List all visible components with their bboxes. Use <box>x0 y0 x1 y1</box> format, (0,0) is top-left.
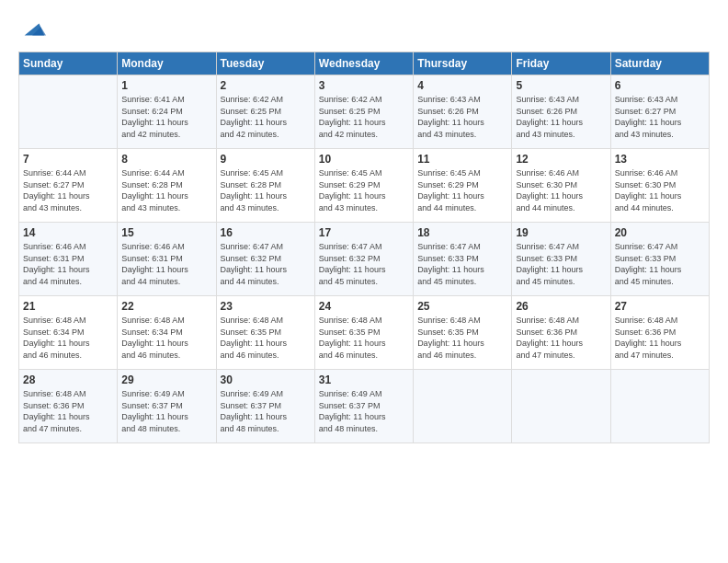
calendar-cell <box>19 75 118 149</box>
day-info: Sunrise: 6:42 AM Sunset: 6:25 PM Dayligh… <box>319 94 409 140</box>
calendar-cell: 2Sunrise: 6:42 AM Sunset: 6:25 PM Daylig… <box>216 75 314 149</box>
calendar-cell: 5Sunrise: 6:43 AM Sunset: 6:26 PM Daylig… <box>512 75 610 149</box>
day-number: 27 <box>615 300 705 313</box>
day-info: Sunrise: 6:48 AM Sunset: 6:34 PM Dayligh… <box>121 315 211 361</box>
day-info: Sunrise: 6:47 AM Sunset: 6:32 PM Dayligh… <box>319 241 409 287</box>
day-info: Sunrise: 6:47 AM Sunset: 6:33 PM Dayligh… <box>615 241 705 287</box>
day-info: Sunrise: 6:44 AM Sunset: 6:27 PM Dayligh… <box>23 167 113 213</box>
calendar-cell: 10Sunrise: 6:45 AM Sunset: 6:29 PM Dayli… <box>314 149 413 223</box>
day-number: 22 <box>121 300 211 313</box>
day-info: Sunrise: 6:49 AM Sunset: 6:37 PM Dayligh… <box>121 388 211 434</box>
day-number: 18 <box>417 226 507 239</box>
day-info: Sunrise: 6:46 AM Sunset: 6:30 PM Dayligh… <box>615 167 705 213</box>
day-info: Sunrise: 6:48 AM Sunset: 6:35 PM Dayligh… <box>319 315 409 361</box>
calendar-cell: 26Sunrise: 6:48 AM Sunset: 6:36 PM Dayli… <box>512 296 610 370</box>
day-number: 17 <box>319 226 409 239</box>
day-info: Sunrise: 6:48 AM Sunset: 6:36 PM Dayligh… <box>615 315 705 361</box>
day-info: Sunrise: 6:48 AM Sunset: 6:36 PM Dayligh… <box>516 315 606 361</box>
col-header-saturday: Saturday <box>610 52 709 75</box>
day-number: 7 <box>23 153 113 166</box>
calendar-cell: 23Sunrise: 6:48 AM Sunset: 6:35 PM Dayli… <box>216 296 314 370</box>
calendar-cell: 13Sunrise: 6:46 AM Sunset: 6:30 PM Dayli… <box>610 149 709 223</box>
day-number: 3 <box>319 79 409 92</box>
day-number: 2 <box>221 79 311 92</box>
header <box>18 17 710 42</box>
logo-icon <box>20 17 46 42</box>
calendar-cell: 1Sunrise: 6:41 AM Sunset: 6:24 PM Daylig… <box>118 75 216 149</box>
col-header-sunday: Sunday <box>19 52 118 75</box>
col-header-wednesday: Wednesday <box>314 52 413 75</box>
calendar-cell: 24Sunrise: 6:48 AM Sunset: 6:35 PM Dayli… <box>314 296 413 370</box>
day-info: Sunrise: 6:48 AM Sunset: 6:34 PM Dayligh… <box>23 315 113 361</box>
calendar-cell: 18Sunrise: 6:47 AM Sunset: 6:33 PM Dayli… <box>414 223 512 296</box>
page: SundayMondayTuesdayWednesdayThursdayFrid… <box>0 0 728 563</box>
calendar-cell: 27Sunrise: 6:48 AM Sunset: 6:36 PM Dayli… <box>610 296 709 370</box>
day-info: Sunrise: 6:41 AM Sunset: 6:24 PM Dayligh… <box>121 94 211 140</box>
day-number: 25 <box>417 300 507 313</box>
day-number: 11 <box>417 153 507 166</box>
day-info: Sunrise: 6:47 AM Sunset: 6:33 PM Dayligh… <box>417 241 507 287</box>
col-header-friday: Friday <box>512 52 610 75</box>
calendar-cell: 25Sunrise: 6:48 AM Sunset: 6:35 PM Dayli… <box>414 296 512 370</box>
col-header-tuesday: Tuesday <box>216 52 314 75</box>
day-number: 5 <box>516 79 606 92</box>
calendar-cell: 7Sunrise: 6:44 AM Sunset: 6:27 PM Daylig… <box>19 149 118 223</box>
day-number: 12 <box>516 153 606 166</box>
calendar-row-3: 21Sunrise: 6:48 AM Sunset: 6:34 PM Dayli… <box>19 296 710 370</box>
day-info: Sunrise: 6:45 AM Sunset: 6:28 PM Dayligh… <box>221 167 311 213</box>
day-info: Sunrise: 6:46 AM Sunset: 6:30 PM Dayligh… <box>516 167 606 213</box>
day-info: Sunrise: 6:48 AM Sunset: 6:35 PM Dayligh… <box>221 315 311 361</box>
day-number: 28 <box>23 373 113 386</box>
calendar-cell: 6Sunrise: 6:43 AM Sunset: 6:27 PM Daylig… <box>610 75 709 149</box>
day-info: Sunrise: 6:48 AM Sunset: 6:35 PM Dayligh… <box>417 315 507 361</box>
day-number: 30 <box>221 373 311 386</box>
col-header-monday: Monday <box>118 52 216 75</box>
calendar-cell: 21Sunrise: 6:48 AM Sunset: 6:34 PM Dayli… <box>19 296 118 370</box>
day-number: 4 <box>417 79 507 92</box>
header-row: SundayMondayTuesdayWednesdayThursdayFrid… <box>19 52 710 75</box>
calendar-cell: 12Sunrise: 6:46 AM Sunset: 6:30 PM Dayli… <box>512 149 610 223</box>
calendar-cell <box>610 370 709 443</box>
day-number: 14 <box>23 226 113 239</box>
day-info: Sunrise: 6:48 AM Sunset: 6:36 PM Dayligh… <box>23 388 113 434</box>
day-number: 23 <box>221 300 311 313</box>
day-info: Sunrise: 6:42 AM Sunset: 6:25 PM Dayligh… <box>221 94 311 140</box>
day-number: 8 <box>121 153 211 166</box>
day-info: Sunrise: 6:45 AM Sunset: 6:29 PM Dayligh… <box>319 167 409 213</box>
calendar-cell: 31Sunrise: 6:49 AM Sunset: 6:37 PM Dayli… <box>314 370 413 443</box>
calendar-cell: 29Sunrise: 6:49 AM Sunset: 6:37 PM Dayli… <box>118 370 216 443</box>
calendar-cell: 15Sunrise: 6:46 AM Sunset: 6:31 PM Dayli… <box>118 223 216 296</box>
calendar-cell: 14Sunrise: 6:46 AM Sunset: 6:31 PM Dayli… <box>19 223 118 296</box>
calendar-cell: 4Sunrise: 6:43 AM Sunset: 6:26 PM Daylig… <box>414 75 512 149</box>
day-number: 21 <box>23 300 113 313</box>
calendar-cell: 8Sunrise: 6:44 AM Sunset: 6:28 PM Daylig… <box>118 149 216 223</box>
calendar-cell: 22Sunrise: 6:48 AM Sunset: 6:34 PM Dayli… <box>118 296 216 370</box>
day-number: 24 <box>319 300 409 313</box>
calendar-row-0: 1Sunrise: 6:41 AM Sunset: 6:24 PM Daylig… <box>19 75 710 149</box>
day-info: Sunrise: 6:44 AM Sunset: 6:28 PM Dayligh… <box>121 167 211 213</box>
day-info: Sunrise: 6:43 AM Sunset: 6:27 PM Dayligh… <box>615 94 705 140</box>
calendar-cell: 16Sunrise: 6:47 AM Sunset: 6:32 PM Dayli… <box>216 223 314 296</box>
day-number: 29 <box>121 373 211 386</box>
day-info: Sunrise: 6:49 AM Sunset: 6:37 PM Dayligh… <box>319 388 409 434</box>
day-number: 31 <box>319 373 409 386</box>
calendar-cell <box>512 370 610 443</box>
day-number: 16 <box>221 226 311 239</box>
day-info: Sunrise: 6:46 AM Sunset: 6:31 PM Dayligh… <box>23 241 113 287</box>
calendar-cell: 30Sunrise: 6:49 AM Sunset: 6:37 PM Dayli… <box>216 370 314 443</box>
calendar-cell <box>414 370 512 443</box>
day-number: 19 <box>516 226 606 239</box>
day-number: 13 <box>615 153 705 166</box>
logo <box>18 17 46 42</box>
day-info: Sunrise: 6:49 AM Sunset: 6:37 PM Dayligh… <box>221 388 311 434</box>
day-number: 1 <box>121 79 211 92</box>
calendar-cell: 19Sunrise: 6:47 AM Sunset: 6:33 PM Dayli… <box>512 223 610 296</box>
day-number: 9 <box>221 153 311 166</box>
calendar-cell: 17Sunrise: 6:47 AM Sunset: 6:32 PM Dayli… <box>314 223 413 296</box>
day-info: Sunrise: 6:43 AM Sunset: 6:26 PM Dayligh… <box>417 94 507 140</box>
calendar-cell: 3Sunrise: 6:42 AM Sunset: 6:25 PM Daylig… <box>314 75 413 149</box>
day-info: Sunrise: 6:45 AM Sunset: 6:29 PM Dayligh… <box>417 167 507 213</box>
col-header-thursday: Thursday <box>414 52 512 75</box>
calendar-cell: 9Sunrise: 6:45 AM Sunset: 6:28 PM Daylig… <box>216 149 314 223</box>
day-info: Sunrise: 6:43 AM Sunset: 6:26 PM Dayligh… <box>516 94 606 140</box>
